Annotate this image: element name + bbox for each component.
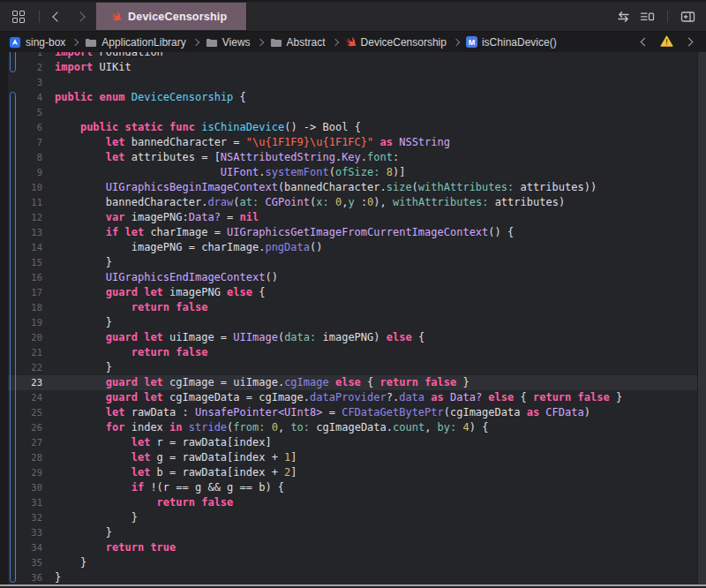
vertical-scrollbar[interactable] (697, 52, 706, 584)
code-text: guard let cgImageData = cgImage.dataProv… (55, 390, 622, 405)
code-line[interactable]: 10 UIGraphicsBeginImageContext(bannedCha… (0, 180, 706, 195)
code-text: return false (55, 495, 233, 510)
code-line[interactable]: 28 let g = rawData[index + 1] (0, 450, 706, 465)
tab-devicecensorship[interactable]: DeviceCensorship (96, 3, 247, 30)
code-text: if let charImage = UIGraphicsGetImageFro… (55, 225, 514, 240)
code-line[interactable]: 24 guard let cgImageData = cgImage.dataP… (0, 390, 706, 405)
breadcrumb-label: isChinaDevice() (482, 36, 557, 49)
back-button[interactable] (49, 10, 66, 24)
warning-icon[interactable] (660, 34, 673, 50)
breadcrumb-item-ischinadevice[interactable]: MisChinaDevice() (466, 36, 557, 49)
code-line[interactable]: 18 return false (0, 300, 706, 315)
code-line[interactable]: 6 public static func isChinaDevice() -> … (0, 120, 706, 135)
code-line[interactable]: 31 return false (0, 495, 706, 510)
code-line[interactable]: 29 let b = rawData[index + 2] (0, 465, 706, 480)
gutter-edge (0, 52, 8, 584)
breadcrumb-item-applicationlibrary[interactable]: ApplicationLibrary (85, 36, 185, 49)
code-line[interactable]: 23 guard let cgImage = uiImage.cgImage e… (0, 375, 706, 390)
add-editor-icon[interactable] (680, 11, 695, 23)
code-text: UIGraphicsEndImageContext() (55, 270, 278, 285)
previous-issue-button[interactable] (636, 35, 653, 49)
code-line[interactable]: 14 imagePNG = charImage.pngData() (0, 240, 706, 255)
code-text: let attributes = [NSAttributedString.Key… (55, 150, 399, 165)
code-line[interactable]: 13 if let charImage = UIGraphicsGetImage… (0, 225, 706, 240)
source-control-change-bar[interactable] (10, 52, 16, 72)
breadcrumb-label: Views (222, 36, 251, 49)
toolbar-divider (667, 11, 668, 23)
code-line[interactable]: 1import Foundation (0, 52, 706, 60)
code-line[interactable]: 9 UIFont.systemFont(ofSize: 8)] (0, 165, 706, 180)
code-line[interactable]: 25 let rawData : UnsafePointer<UInt8> = … (0, 405, 706, 420)
code-line[interactable]: 36} (0, 570, 706, 584)
code-line[interactable]: 30 if !(r == g && g == b) { (0, 480, 706, 495)
next-issue-button[interactable] (680, 35, 697, 49)
code-line[interactable]: 3 (0, 75, 706, 90)
source-control-change-bar[interactable] (10, 92, 16, 583)
code-text: } (55, 360, 112, 375)
breadcrumb-separator-icon (71, 38, 79, 45)
code-text: guard let cgImage = uiImage.cgImage else… (55, 375, 469, 390)
breadcrumb-item-devicecensorship[interactable]: DeviceCensorship (345, 36, 447, 49)
code-line[interactable]: 17 guard let imagePNG else { (0, 285, 706, 300)
code-text: if !(r == g && g == b) { (55, 480, 284, 495)
code-text: return false (55, 345, 207, 360)
breadcrumb-item-singbox[interactable]: sing-box (9, 36, 65, 49)
app-icon (9, 36, 21, 49)
tab-label: DeviceCensorship (128, 11, 227, 23)
code-line[interactable]: 20 guard let uiImage = UIImage(data: ima… (0, 330, 706, 345)
code-text: } (55, 510, 138, 525)
code-line[interactable]: 33 } (0, 525, 706, 540)
forward-button[interactable] (71, 10, 89, 24)
code-line[interactable]: 22 } (0, 360, 706, 375)
code-line[interactable]: 7 let bannedCharacter = "\u{1F1F9}\u{1F1… (0, 135, 706, 150)
code-text: return false (55, 300, 207, 315)
folder-icon (85, 37, 97, 48)
breadcrumb-separator-icon (453, 38, 460, 45)
code-text: let rawData : UnsafePointer<UInt8> = CFD… (55, 405, 590, 420)
code-text: UIFont.systemFont(ofSize: 8)] (55, 165, 405, 180)
code-text: for index in stride(from: 0, to: cgImage… (55, 420, 488, 435)
breadcrumb-separator-icon (331, 38, 338, 45)
breadcrumb-label: ApplicationLibrary (101, 36, 185, 49)
code-text: let r = rawData[index] (55, 435, 272, 450)
code-line[interactable]: 8 let attributes = [NSAttributedString.K… (0, 150, 706, 165)
breadcrumb-label: DeviceCensorship (361, 36, 447, 49)
code-line[interactable]: 21 return false (0, 345, 706, 360)
code-line[interactable]: 19 } (0, 315, 706, 330)
code-line[interactable]: 11 bannedCharacter.draw(at: CGPoint(x: 0… (0, 195, 706, 210)
breadcrumb-separator-icon (192, 38, 199, 45)
editor-grid-icon[interactable] (12, 11, 25, 23)
code-text: let bannedCharacter = "\u{1F1F9}\u{1F1FC… (55, 135, 450, 150)
code-line[interactable]: 5 (0, 105, 706, 120)
editor-layout-icon[interactable] (640, 11, 655, 23)
code-line[interactable]: 34 return true (0, 540, 706, 555)
code-text: var imagePNG:Data? = nil (55, 210, 259, 225)
breadcrumb-separator-icon (256, 38, 263, 45)
code-line[interactable]: 32 } (0, 510, 706, 525)
breadcrumb-item-abstract[interactable]: Abstract (270, 36, 326, 49)
code-text: import UIKit (55, 60, 131, 75)
code-line[interactable]: 35 } (0, 555, 706, 570)
swap-arrows-icon[interactable] (616, 11, 631, 23)
code-line[interactable]: 16 UIGraphicsEndImageContext() (0, 270, 706, 285)
toolbar-divider (39, 11, 40, 23)
code-line[interactable]: 4public enum DeviceCensorship { (0, 90, 706, 105)
code-text: bannedCharacter.draw(at: CGPoint(x: 0,y … (55, 195, 565, 210)
swift-icon (345, 36, 357, 48)
code-line[interactable]: 2import UIKit (0, 60, 706, 75)
code-line[interactable]: 12 var imagePNG:Data? = nil (0, 210, 706, 225)
code-text: import Foundation (55, 52, 163, 60)
code-text: let b = rawData[index + 2] (55, 465, 297, 480)
code-line[interactable]: 27 let r = rawData[index] (0, 435, 706, 450)
folder-icon (270, 37, 282, 48)
code-line[interactable]: 26 for index in stride(from: 0, to: cgIm… (0, 420, 706, 435)
folder-icon (206, 37, 218, 48)
code-text: } (55, 555, 86, 570)
breadcrumb-item-views[interactable]: Views (206, 36, 251, 49)
code-text: return true (55, 540, 176, 555)
code-text: public enum DeviceCensorship { (55, 90, 246, 105)
code-line[interactable]: 15 } (0, 255, 706, 270)
swift-icon (110, 11, 122, 22)
code-text: guard let uiImage = UIImage(data: imageP… (55, 330, 424, 345)
code-editor[interactable]: 1import Foundation2import UIKit34public … (0, 52, 706, 584)
